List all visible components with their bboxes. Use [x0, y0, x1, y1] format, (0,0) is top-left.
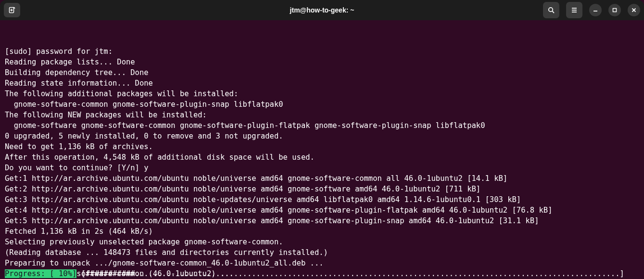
new-tab-button[interactable] — [4, 3, 20, 17]
titlebar-left — [4, 3, 20, 17]
terminal-line: gnome-software gnome-software-common gno… — [5, 120, 639, 131]
search-button[interactable] — [543, 2, 559, 18]
terminal-line: Reading package lists... Done — [5, 57, 639, 67]
minimize-button[interactable] — [589, 4, 602, 16]
terminal-line: Get:4 http://ar.archive.ubuntu.com/ubunt… — [5, 205, 639, 216]
terminal-output: [sudo] password for jtm:Reading package … — [5, 46, 639, 279]
progress-label: Progress: [ 10%] — [5, 269, 76, 278]
terminal-line: After this operation, 4,548 kB of additi… — [5, 152, 639, 163]
terminal-line: Selecting previously unselected package … — [5, 237, 639, 247]
terminal-line: [sudo] password for jtm: — [5, 46, 639, 57]
terminal-line: gnome-software-common gnome-software-plu… — [5, 99, 639, 110]
svg-line-4 — [552, 11, 554, 13]
terminal-line: Preparing to unpack .../gnome-software-c… — [5, 258, 639, 268]
terminal-line: (Reading database ... 148473 files and d… — [5, 247, 639, 258]
svg-rect-9 — [613, 9, 617, 12]
progress-bar: [###########............................… — [76, 269, 629, 278]
terminal-line: Building dependency tree... Done — [5, 67, 639, 78]
svg-point-3 — [549, 8, 553, 12]
terminal-line: Reading state information... Done — [5, 78, 639, 89]
terminal-line: Get:2 http://ar.archive.ubuntu.com/ubunt… — [5, 184, 639, 194]
terminal-viewport[interactable]: [sudo] password for jtm:Reading package … — [0, 20, 644, 279]
terminal-line: 0 upgraded, 5 newly installed, 0 to remo… — [5, 131, 639, 141]
titlebar: jtm@how-to-geek: ~ — [0, 0, 644, 20]
terminal-line: Get:3 http://ar.archive.ubuntu.com/ubunt… — [5, 194, 639, 205]
terminal-line: Fetched 1,136 kB in 2s (464 kB/s) — [5, 226, 639, 237]
terminal-line: Do you want to continue? [Y/n] y — [5, 163, 639, 173]
terminal-line: The following NEW packages will be insta… — [5, 110, 639, 120]
terminal-line: Get:1 http://ar.archive.ubuntu.com/ubunt… — [5, 173, 639, 184]
close-button[interactable] — [628, 4, 640, 16]
terminal-line: The following additional packages will b… — [5, 89, 639, 99]
hamburger-menu-button[interactable] — [566, 2, 582, 18]
titlebar-right — [543, 2, 640, 18]
terminal-line: Get:5 http://ar.archive.ubuntu.com/ubunt… — [5, 216, 639, 226]
terminal-line: Need to get 1,136 kB of archives. — [5, 141, 639, 152]
maximize-button[interactable] — [608, 4, 621, 16]
progress-line: Progress: [ 10%] [###########...........… — [5, 268, 639, 279]
